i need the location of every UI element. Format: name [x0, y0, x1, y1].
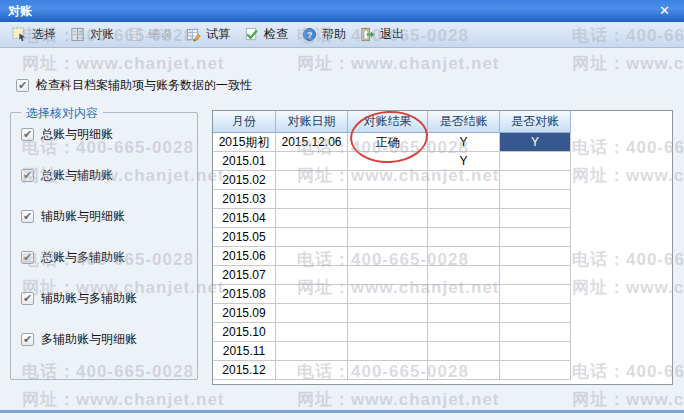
- error-button: 错误: [121, 24, 179, 45]
- check-item-auxiliary-vs-detail: ✔ 辅助账与明细账: [21, 209, 137, 223]
- table-filler: [571, 342, 672, 361]
- table-filler: [571, 266, 672, 285]
- table-cell[interactable]: 2015.12.06: [276, 133, 348, 152]
- table-cell[interactable]: [276, 323, 348, 342]
- table-cell[interactable]: [500, 152, 571, 171]
- table-cell[interactable]: [348, 209, 428, 228]
- table-cell[interactable]: [500, 247, 571, 266]
- table-cell[interactable]: 2015.11: [213, 342, 276, 361]
- table-cell[interactable]: [500, 209, 571, 228]
- table-cell[interactable]: [348, 304, 428, 323]
- check-item-general-vs-detail: ✔ 总账与明细账: [21, 127, 137, 141]
- table-cell[interactable]: [276, 247, 348, 266]
- table-cell[interactable]: [348, 285, 428, 304]
- table-cell[interactable]: [276, 190, 348, 209]
- table-cell[interactable]: [348, 323, 428, 342]
- consistency-label: 检查科目档案辅助项与账务数据的一致性: [36, 77, 252, 94]
- table-cell[interactable]: 2015.08: [213, 285, 276, 304]
- table-cell[interactable]: [276, 361, 348, 380]
- table-cell[interactable]: [276, 285, 348, 304]
- table-cell[interactable]: [428, 304, 500, 323]
- table-row: 2015.11: [213, 342, 672, 361]
- checkbox[interactable]: ✔: [21, 210, 34, 223]
- table-cell[interactable]: Y: [428, 133, 500, 152]
- check-item-label: 总账与明细账: [41, 126, 113, 143]
- table-cell[interactable]: [276, 152, 348, 171]
- table-cell[interactable]: [428, 190, 500, 209]
- column-header-result[interactable]: 对账结果: [348, 111, 428, 133]
- select-button[interactable]: 选择: [5, 24, 63, 45]
- checkbox[interactable]: ✔: [21, 292, 34, 305]
- exit-button[interactable]: 退出: [353, 24, 411, 45]
- table-cell[interactable]: [348, 190, 428, 209]
- table-cell[interactable]: [276, 304, 348, 323]
- table-cell[interactable]: [500, 266, 571, 285]
- column-header-reconciled[interactable]: 是否对账: [500, 111, 571, 133]
- table-cell[interactable]: [348, 247, 428, 266]
- table-row: 2015.03: [213, 190, 672, 209]
- check-item-auxiliary-vs-multi-auxiliary: ✔ 辅助账与多辅助账: [21, 291, 137, 305]
- check-item-label: 总账与多辅助账: [41, 249, 125, 266]
- table-cell[interactable]: 2015.06: [213, 247, 276, 266]
- trial-button[interactable]: 试算: [179, 24, 237, 45]
- table-cell[interactable]: [428, 247, 500, 266]
- table-cell[interactable]: [348, 152, 428, 171]
- table-cell[interactable]: [428, 323, 500, 342]
- table-row: 2015.04: [213, 209, 672, 228]
- selection-icon: [12, 27, 27, 42]
- table-cell[interactable]: [500, 342, 571, 361]
- table-cell[interactable]: [500, 304, 571, 323]
- table-cell[interactable]: [428, 361, 500, 380]
- table-cell[interactable]: [348, 228, 428, 247]
- table-cell[interactable]: [428, 228, 500, 247]
- checkbox[interactable]: ✔: [21, 128, 34, 141]
- table-filler: [571, 152, 672, 171]
- table-cell[interactable]: [276, 171, 348, 190]
- table-cell[interactable]: [428, 285, 500, 304]
- table-cell[interactable]: [276, 209, 348, 228]
- close-icon[interactable]: ✕: [653, 1, 676, 21]
- table-cell[interactable]: 2015.07: [213, 266, 276, 285]
- table-cell[interactable]: [348, 171, 428, 190]
- table-cell[interactable]: [500, 323, 571, 342]
- table-cell[interactable]: [276, 266, 348, 285]
- table-cell[interactable]: 2015.01: [213, 152, 276, 171]
- column-header-month[interactable]: 月份: [213, 111, 276, 133]
- table-cell[interactable]: Y: [428, 152, 500, 171]
- table-cell[interactable]: 2015.04: [213, 209, 276, 228]
- table-cell[interactable]: 正确: [348, 133, 428, 152]
- table-cell[interactable]: 2015.03: [213, 190, 276, 209]
- table-cell[interactable]: [428, 266, 500, 285]
- consistency-checkbox[interactable]: ✔: [16, 79, 29, 92]
- table-cell[interactable]: [428, 171, 500, 190]
- table-cell[interactable]: [500, 228, 571, 247]
- checkbox[interactable]: ✔: [21, 333, 34, 346]
- table-cell[interactable]: 2015.10: [213, 323, 276, 342]
- table-cell[interactable]: [348, 266, 428, 285]
- table-cell[interactable]: 2015期初: [213, 133, 276, 152]
- table-cell[interactable]: [428, 209, 500, 228]
- check-button[interactable]: 检查: [237, 24, 295, 45]
- table-cell[interactable]: [428, 342, 500, 361]
- table-cell[interactable]: [348, 342, 428, 361]
- table-cell[interactable]: 2015.05: [213, 228, 276, 247]
- table-cell[interactable]: [500, 190, 571, 209]
- table-cell[interactable]: 2015.12: [213, 361, 276, 380]
- table-cell[interactable]: [276, 228, 348, 247]
- table-cell[interactable]: [500, 171, 571, 190]
- table-cell[interactable]: [500, 361, 571, 380]
- column-header-date[interactable]: 对账日期: [276, 111, 348, 133]
- table-cell[interactable]: Y: [500, 133, 571, 152]
- table-cell[interactable]: 2015.09: [213, 304, 276, 323]
- checkbox[interactable]: ✔: [21, 169, 34, 182]
- title-bar: 对账 ✕: [0, 0, 684, 22]
- table-cell[interactable]: [276, 342, 348, 361]
- checkbox[interactable]: ✔: [21, 251, 34, 264]
- table-cell[interactable]: 2015.02: [213, 171, 276, 190]
- help-button[interactable]: ? 帮助: [295, 24, 353, 45]
- table-row: 2015.08: [213, 285, 672, 304]
- column-header-closed[interactable]: 是否结账: [428, 111, 500, 133]
- table-cell[interactable]: [348, 361, 428, 380]
- reconcile-button[interactable]: 对账: [63, 24, 121, 45]
- table-cell[interactable]: [500, 285, 571, 304]
